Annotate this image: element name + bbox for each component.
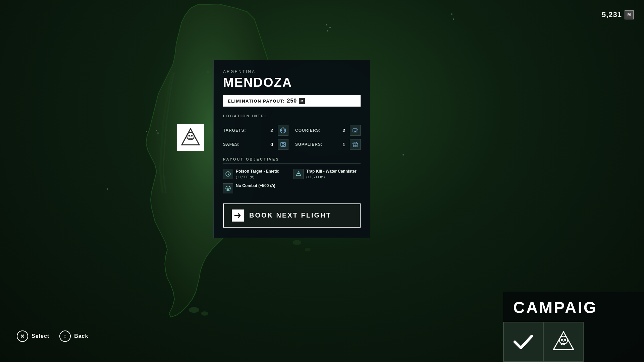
book-flight-button[interactable]: BOOK NEXT FLIGHT xyxy=(223,203,361,228)
objective-trap: Trap Kill - Water Cannister (+1,500 ₥) xyxy=(293,168,361,180)
couriers-icon xyxy=(350,125,361,136)
targets-value: 2 xyxy=(270,128,273,133)
svg-point-9 xyxy=(293,240,301,245)
campaign-icons-row xyxy=(503,322,644,362)
svg-point-10 xyxy=(305,248,311,251)
svg-point-40 xyxy=(561,339,563,341)
svg-point-32 xyxy=(228,174,229,175)
safes-icon xyxy=(278,139,288,150)
no-combat-text: No Combat (+500 ₥) xyxy=(236,183,275,189)
no-combat-icon xyxy=(223,183,233,193)
objective-no-combat: No Combat (+500 ₥) xyxy=(223,183,361,193)
svg-point-26 xyxy=(283,144,283,145)
trap-objective-text: Trap Kill - Water Cannister (+1,500 ₥) xyxy=(306,168,357,180)
svg-point-37 xyxy=(227,188,229,189)
intel-targets: TARGETS: 2 xyxy=(223,125,288,136)
couriers-value: 2 xyxy=(342,128,345,133)
currency-icon: M xyxy=(625,10,634,19)
skull-triangle-icon xyxy=(180,127,201,147)
suppliers-value: 1 xyxy=(342,142,345,147)
payout-currency-icon: M xyxy=(299,98,305,104)
svg-rect-21 xyxy=(353,129,357,132)
objective-poison: Poison Target - Emetic (+1,500 ₥) xyxy=(223,168,290,180)
svg-point-22 xyxy=(354,131,355,132)
poison-objective-text: Poison Target - Emetic (+1,500 ₥) xyxy=(236,168,279,180)
trap-icon xyxy=(293,169,304,179)
intel-suppliers: SUPPLIERS: 1 xyxy=(295,139,361,150)
safes-value: 0 xyxy=(270,142,273,147)
intel-section-title: LOCATION INTEL xyxy=(223,114,361,120)
flight-arrow-icon xyxy=(232,209,244,222)
svg-marker-38 xyxy=(553,332,574,350)
svg-point-8 xyxy=(201,311,208,316)
svg-point-0 xyxy=(207,71,209,73)
currency-amount: 5,231 xyxy=(602,10,622,19)
svg-point-36 xyxy=(226,186,230,191)
svg-point-23 xyxy=(355,131,356,132)
poison-icon xyxy=(223,169,233,179)
back-control[interactable]: ○ Back xyxy=(59,330,88,342)
campaign-title: CAMPAIG xyxy=(503,292,644,322)
couriers-label: COURIERS: xyxy=(295,128,340,133)
svg-point-7 xyxy=(189,307,199,313)
svg-point-16 xyxy=(281,129,285,132)
targets-label: TARGETS: xyxy=(223,128,268,133)
campaign-panel: CAMPAIG xyxy=(503,292,644,362)
region-label: ARGENTINA xyxy=(223,69,361,74)
svg-point-41 xyxy=(564,339,566,341)
city-name: MENDOZA xyxy=(223,75,361,90)
safes-label: SAFES: xyxy=(223,142,268,147)
book-flight-label: BOOK NEXT FLIGHT xyxy=(249,212,331,219)
svg-point-14 xyxy=(191,135,193,137)
intel-couriers: COURIERS: 2 xyxy=(295,125,361,136)
payout-box: ELIMINATION PAYOUT: 250 M xyxy=(223,95,361,107)
select-control[interactable]: ✕ Select xyxy=(17,330,49,342)
controls-bar: ✕ Select ○ Back xyxy=(17,330,88,342)
select-button-icon: ✕ xyxy=(17,330,28,342)
currency-display: 5,231 M xyxy=(602,10,634,19)
intel-safes: SAFES: 0 xyxy=(223,139,288,150)
select-label: Select xyxy=(32,333,49,339)
payout-label: ELIMINATION PAYOUT: xyxy=(228,99,285,104)
targets-icon xyxy=(278,125,288,136)
back-label: Back xyxy=(74,333,88,339)
info-panel: ARGENTINA MENDOZA ELIMINATION PAYOUT: 25… xyxy=(213,60,370,238)
payout-value: 250 xyxy=(287,98,297,104)
back-button-icon: ○ xyxy=(59,330,71,342)
location-marker xyxy=(177,124,204,151)
objectives-grid: Poison Target - Emetic (+1,500 ₥) Trap K… xyxy=(223,168,361,180)
svg-point-13 xyxy=(189,135,190,137)
objectives-section-title: PAYOUT OBJECTIVES xyxy=(223,157,361,164)
intel-grid: TARGETS: 2 COURIERS: 2 xyxy=(223,125,361,150)
campaign-checkmark-icon xyxy=(503,322,543,362)
svg-point-5 xyxy=(207,142,209,144)
svg-point-35 xyxy=(298,175,299,175)
suppliers-icon xyxy=(350,139,361,150)
campaign-skull-icon xyxy=(543,322,584,362)
suppliers-label: SUPPLIERS: xyxy=(295,142,340,147)
objectives-row2: No Combat (+500 ₥) xyxy=(223,183,361,193)
